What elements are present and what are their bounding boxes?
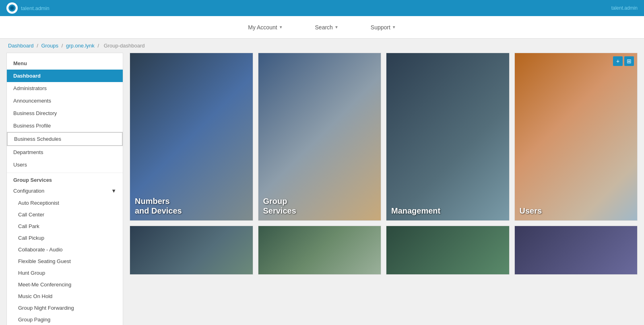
sidebar-sub-call-pickup[interactable]: Call Pickup [7, 232, 123, 244]
card-search-numbers [130, 220, 253, 221]
sidebar-item-users[interactable]: Users [7, 158, 123, 171]
chevron-down-icon: ▼ [279, 25, 283, 29]
navbar: My Account ▼ Search ▼ Support ▼ [0, 16, 644, 39]
card-title-group-services: GroupServices [263, 196, 296, 216]
chevron-down-icon: ▼ [111, 188, 116, 194]
card-numbers-devices: Numbersand Devices Assign Numbers Comm B… [130, 53, 253, 221]
nav-support[interactable]: Support ▼ [371, 24, 396, 31]
content-area: Numbersand Devices Assign Numbers Comm B… [123, 53, 638, 325]
nav-search[interactable]: Search ▼ [315, 24, 339, 31]
card-mini-header-3 [386, 226, 509, 274]
sidebar-sub-group-night-forwarding[interactable]: Group Night Forwarding [7, 302, 123, 314]
card-row2-2 [258, 226, 382, 275]
card-title-management: Management [391, 206, 440, 216]
add-icon[interactable]: + [613, 56, 623, 66]
card-mini-header-4 [515, 226, 638, 274]
sidebar-item-business-schedules[interactable]: Business Schedules [7, 132, 123, 146]
sidebar-sub-hunt-group[interactable]: Hunt Group [7, 267, 123, 279]
breadcrumb-current: Group-dashboard [104, 43, 145, 49]
card-users: Users + ⊞ user_ 1 user_ 2 user_ 3 user_ … [514, 53, 638, 221]
card-row2-1 [130, 226, 253, 275]
card-header-numbers: Numbersand Devices [130, 53, 253, 220]
sidebar-menu-label: Menu [7, 57, 123, 70]
logo-area: talent.admin [6, 2, 50, 14]
sidebar-configuration-collapse[interactable]: Configuration ▼ [7, 185, 123, 197]
sidebar-sub-call-park[interactable]: Call Park [7, 220, 123, 232]
card-action-icons: + ⊞ [613, 56, 634, 66]
main-layout: Menu Dashboard Administrators Announceme… [0, 53, 644, 325]
card-mini-header-2 [258, 226, 381, 274]
card-mini-header-1 [130, 226, 253, 274]
card-title-users: Users [520, 206, 542, 216]
breadcrumb-groups[interactable]: Groups [41, 43, 58, 49]
sidebar-sub-group-paging[interactable]: Group Paging [7, 314, 123, 325]
sidebar-item-departments[interactable]: Departments [7, 146, 123, 158]
sidebar: Menu Dashboard Administrators Announceme… [6, 53, 123, 325]
cards-row-1: Numbersand Devices Assign Numbers Comm B… [130, 53, 638, 221]
sidebar-item-administrators[interactable]: Administrators [7, 82, 123, 95]
breadcrumb: Dashboard / Groups / grp.one.lynk / Grou… [0, 39, 644, 53]
card-search-group-services [258, 220, 381, 221]
breadcrumb-sep: / [37, 43, 39, 49]
card-management: Management Administrators Announcements … [386, 53, 510, 221]
sidebar-sub-call-center[interactable]: Call Center [7, 209, 123, 220]
sidebar-group-services-label: Group Services [7, 173, 123, 185]
chevron-down-icon: ▼ [392, 25, 396, 29]
card-header-group-services: GroupServices [258, 53, 381, 220]
breadcrumb-sep: / [62, 43, 64, 49]
logo-icon [6, 2, 18, 14]
breadcrumb-dashboard[interactable]: Dashboard [8, 43, 34, 49]
card-header-management: Management [386, 53, 509, 220]
card-row2-3 [386, 226, 510, 275]
card-title-numbers: Numbersand Devices [135, 196, 182, 216]
grid-icon[interactable]: ⊞ [624, 56, 634, 66]
card-search-management [386, 220, 509, 221]
sidebar-sub-music-on-hold[interactable]: Music On Hold [7, 290, 123, 302]
sidebar-item-dashboard[interactable]: Dashboard [7, 70, 123, 82]
user-link[interactable]: talent.admin [611, 5, 638, 11]
sidebar-sub-auto-receptionist[interactable]: Auto Receptionist [7, 197, 123, 209]
sidebar-sub-flexible-seating[interactable]: Flexible Seating Guest [7, 255, 123, 267]
sidebar-item-business-directory[interactable]: Business Directory [7, 107, 123, 119]
cards-row-2 [130, 226, 638, 275]
sidebar-item-business-profile[interactable]: Business Profile [7, 119, 123, 132]
sidebar-sub-collaborate-audio[interactable]: Collaborate - Audio [7, 244, 123, 255]
card-search-users [515, 220, 638, 221]
chevron-down-icon: ▼ [334, 25, 339, 29]
breadcrumb-sep: / [97, 43, 100, 49]
topbar: talent.admin talent.admin [0, 0, 644, 16]
card-group-services: GroupServices Auto Receptionist Call Cen… [258, 53, 382, 221]
brand-name: talent.admin [21, 5, 50, 11]
nav-my-account[interactable]: My Account ▼ [248, 24, 283, 31]
sidebar-item-announcements[interactable]: Announcements [7, 95, 123, 107]
breadcrumb-grp[interactable]: grp.one.lynk [66, 43, 95, 49]
sidebar-sub-meet-me[interactable]: Meet-Me Conferencing [7, 279, 123, 290]
card-header-users: Users + ⊞ [515, 53, 638, 220]
card-row2-4 [514, 226, 638, 275]
